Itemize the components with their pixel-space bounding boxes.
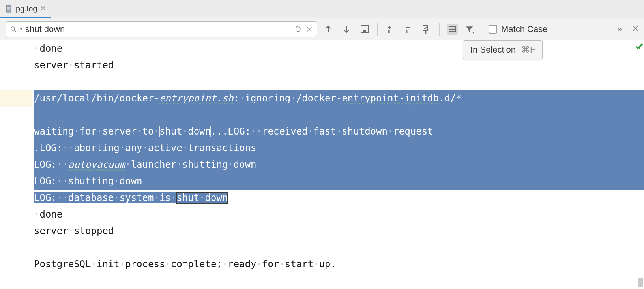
clear-search-icon[interactable] xyxy=(306,26,313,33)
code-line[interactable]: waiting·for·server·to·shut·down...LOG:··… xyxy=(34,123,644,140)
code-line[interactable] xyxy=(34,239,644,256)
match-case-label: Match Case xyxy=(501,24,547,34)
code-line[interactable]: LOG:··shutting·down xyxy=(34,173,644,190)
match-case-option[interactable]: Match Case xyxy=(489,24,547,34)
find-actions: II II II ▾ xyxy=(323,23,476,36)
code-line[interactable]: server·started xyxy=(34,57,644,73)
search-icon xyxy=(10,26,17,33)
analysis-ok-icon xyxy=(635,42,643,52)
svg-rect-0 xyxy=(6,5,11,12)
current-line-gutter-highlight xyxy=(0,90,32,107)
filter-icon[interactable]: ▾ xyxy=(465,24,476,35)
code-line[interactable]: /usr/local/bin/docker-entrypoint.sh:·ign… xyxy=(34,90,644,107)
gutter xyxy=(0,40,34,289)
match-case-checkbox[interactable] xyxy=(489,25,497,34)
more-options-icon[interactable]: » xyxy=(617,24,622,34)
file-tab[interactable]: pg.log xyxy=(0,0,51,18)
select-all-occurrences-icon[interactable]: II xyxy=(421,24,432,35)
remove-selection-icon[interactable]: II xyxy=(403,24,414,35)
next-match-icon[interactable] xyxy=(341,24,352,35)
search-history-icon[interactable] xyxy=(296,26,303,33)
svg-line-6 xyxy=(14,30,16,32)
search-field-wrap[interactable]: ▾ xyxy=(6,21,317,37)
code-line[interactable]: ·done xyxy=(34,40,644,57)
search-input[interactable] xyxy=(25,24,292,34)
svg-text:II: II xyxy=(388,30,390,34)
prev-match-icon[interactable] xyxy=(323,24,334,35)
svg-rect-8 xyxy=(363,30,366,32)
add-selection-icon[interactable]: II xyxy=(385,24,396,35)
close-find-icon[interactable] xyxy=(632,25,638,33)
code-line[interactable]: server·stopped xyxy=(34,223,644,239)
code-line[interactable]: ·done xyxy=(34,206,644,223)
file-icon xyxy=(6,5,13,13)
editor-window: pg.log ▾ II II II ▾ xyxy=(0,0,644,289)
svg-point-5 xyxy=(11,27,15,30)
select-all-icon[interactable] xyxy=(359,24,370,35)
find-toolbar: ▾ II II II ▾ Match Case » In Selection ⌘… xyxy=(0,18,644,40)
code-line[interactable]: LOG:··database·system·is·shut·down xyxy=(34,190,644,206)
svg-rect-4 xyxy=(7,9,9,10)
toolbar-divider xyxy=(439,23,440,36)
active-tab-indicator xyxy=(0,17,51,18)
svg-rect-3 xyxy=(7,8,10,9)
svg-rect-2 xyxy=(7,7,10,8)
marker-bar xyxy=(634,40,644,289)
code-line[interactable]: LOG:··autovacuum·launcher·shutting·down xyxy=(34,156,644,173)
code-line[interactable]: PostgreSQL·init·process·complete;·ready·… xyxy=(34,256,644,272)
tab-bar: pg.log xyxy=(0,0,644,18)
in-selection-toggle-icon[interactable] xyxy=(447,24,458,35)
tab-filename: pg.log xyxy=(16,4,37,13)
search-options-dropdown-icon[interactable]: ▾ xyxy=(20,27,22,31)
toolbar-divider xyxy=(377,23,378,36)
code-line[interactable] xyxy=(34,107,644,123)
code-line[interactable]: .LOG:··aborting·any·active·transactions xyxy=(34,140,644,156)
svg-text:II: II xyxy=(425,30,427,34)
code-content[interactable]: ·doneserver·started/usr/local/bin/docker… xyxy=(34,40,644,289)
scrollbar-thumb[interactable] xyxy=(638,278,643,287)
code-line[interactable] xyxy=(34,73,644,90)
close-tab-icon[interactable] xyxy=(41,5,45,12)
svg-text:II: II xyxy=(406,30,408,34)
editor-area[interactable]: ·doneserver·started/usr/local/bin/docker… xyxy=(0,40,644,289)
